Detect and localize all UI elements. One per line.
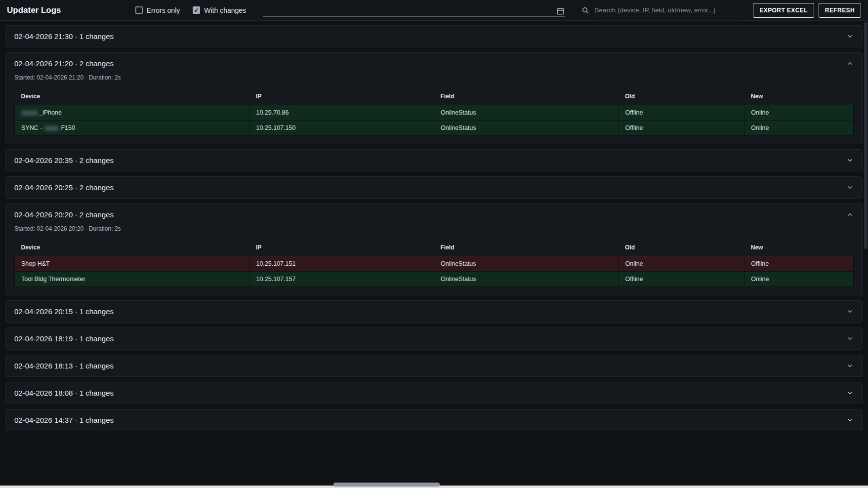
old-value-cell: Offline [619,121,744,136]
log-entry: 02-04-2026 18:19 · 1 changes [5,327,863,350]
log-entry: 02-04-2026 20:25 · 2 changes [5,176,863,199]
field-cell: OnlineStatus [434,121,619,136]
old-value-cell: Online [619,256,744,272]
with-changes-checkbox[interactable]: ✓ With changes [193,6,246,14]
log-entry: 02-04-2026 18:08 · 1 changes [5,382,863,404]
errors-only-label: Errors only [147,6,180,14]
chevron-down-icon [846,416,854,424]
chevron-down-icon [846,33,854,40]
log-entry-title: 02-04-2026 21:20 · 2 changes [14,59,114,68]
log-entry-title: 02-04-2026 20:25 · 2 changes [14,183,114,192]
log-entry-title: 02-04-2026 20:15 · 1 changes [14,307,114,316]
chevron-up-icon [846,60,854,67]
field-cell: OnlineStatus [434,105,619,121]
ip-cell: 10.25.107.151 [249,256,434,272]
old-value-cell: Offline [619,272,744,287]
column-header-new: New [744,239,854,256]
log-entry: 02-04-2026 14:37 · 1 changes [5,409,863,431]
updater-logs-page: Updater Logs Errors only ✓ With changes [0,0,868,488]
changes-table: Device IP Field Old New Shop H&T 10.25.1… [14,239,854,287]
redacted-blur [21,111,38,116]
column-header-device: Device [15,239,249,256]
chevron-down-icon [846,157,854,164]
page-title: Updater Logs [7,5,61,15]
log-entry-header[interactable]: 02-04-2026 21:30 · 1 changes [6,26,862,47]
field-cell: OnlineStatus [434,272,619,287]
checkbox-checked-icon: ✓ [193,6,200,14]
table-header-row: Device IP Field Old New [15,88,854,105]
log-entry-header[interactable]: 02-04-2026 14:37 · 1 changes [6,409,862,431]
vertical-scrollbar[interactable] [864,22,868,249]
refresh-button[interactable]: REFRESH [819,3,861,18]
chevron-down-icon [846,308,854,315]
log-entry-meta: Started: 02-04-2026 21:20 · Duration: 2s [6,74,862,87]
new-value-cell: Online [744,105,854,121]
changes-table: Device IP Field Old New _iPhone 10.25.70… [14,88,854,136]
log-entry-title: 02-04-2026 14:37 · 1 changes [14,416,114,424]
chevron-down-icon [846,362,854,369]
log-entry-header[interactable]: 02-04-2026 18:19 · 1 changes [6,328,862,349]
column-header-ip: IP [249,239,434,256]
log-entry-header[interactable]: 02-04-2026 18:13 · 1 changes [6,355,862,376]
device-cell: Tool Bldg Thermometer [15,272,249,287]
log-entry-meta: Started: 02-04-2026 20:20 · Duration: 2s [6,225,862,238]
table-row: SYNC -F150 10.25.107.150 OnlineStatus Of… [15,121,854,136]
log-entry: 02-04-2026 20:15 · 1 changes [5,300,863,323]
log-list: 02-04-2026 21:30 · 1 changes 02-04-2026 … [0,21,868,431]
chevron-down-icon [846,389,854,397]
log-entry-title: 02-04-2026 20:20 · 2 changes [14,210,114,219]
log-entry: 02-04-2026 20:35 · 2 changes [5,149,863,171]
device-cell: _iPhone [15,105,249,121]
log-entry: 02-04-2026 20:20 · 2 changes Started: 02… [5,203,863,295]
column-header-ip: IP [249,88,434,105]
chevron-down-icon [846,184,854,191]
ip-cell: 10.25.70.86 [249,105,434,121]
log-entry-title: 02-04-2026 20:35 · 2 changes [14,156,114,164]
ip-cell: 10.25.107.157 [249,272,434,287]
log-entry: 02-04-2026 21:30 · 1 changes [5,25,863,47]
column-header-new: New [744,88,854,105]
with-changes-label: With changes [204,6,246,14]
table-row: Tool Bldg Thermometer 10.25.107.157 Onli… [15,272,854,287]
log-entry-header[interactable]: 02-04-2026 20:20 · 2 changes [6,204,862,225]
log-entry-title: 02-04-2026 21:30 · 1 changes [14,32,114,41]
search-icon [581,6,589,14]
log-entry-header[interactable]: 02-04-2026 21:20 · 2 changes [6,53,862,74]
column-header-field: Field [434,88,619,105]
new-value-cell: Online [744,272,854,287]
search-input[interactable] [593,4,742,16]
column-header-old: Old [619,88,744,105]
new-value-cell: Online [744,121,854,136]
date-input[interactable] [263,8,556,15]
redacted-blur [44,126,58,131]
export-excel-button[interactable]: EXPORT EXCEL [753,3,814,18]
search-field [581,4,742,16]
device-cell: Shop H&T [15,256,249,272]
log-entry-header[interactable]: 02-04-2026 20:15 · 1 changes [6,301,862,322]
table-row: _iPhone 10.25.70.86 OnlineStatus Offline… [15,105,854,121]
new-value-cell: Offline [744,256,854,272]
checkbox-unchecked-icon [135,6,143,14]
topbar: Updater Logs Errors only ✓ With changes [0,0,868,21]
calendar-icon[interactable] [556,7,565,15]
log-entry-header[interactable]: 02-04-2026 20:25 · 2 changes [6,177,862,198]
old-value-cell: Offline [619,105,744,121]
log-entry: 02-04-2026 21:20 · 2 changes Started: 02… [5,52,863,144]
horizontal-scrollbar-thumb[interactable] [333,483,440,487]
ip-cell: 10.25.107.150 [249,121,434,136]
field-cell: OnlineStatus [434,256,619,272]
log-entry-header[interactable]: 02-04-2026 20:35 · 2 changes [6,150,862,171]
log-entry-title: 02-04-2026 18:13 · 1 changes [14,362,114,370]
table-header-row: Device IP Field Old New [15,239,854,256]
date-range-field[interactable] [263,4,565,17]
chevron-down-icon [846,335,854,342]
log-entry-title: 02-04-2026 18:08 · 1 changes [14,389,114,397]
device-cell: SYNC -F150 [15,121,249,136]
log-entry: 02-04-2026 18:13 · 1 changes [5,355,863,377]
log-entry-header[interactable]: 02-04-2026 18:08 · 1 changes [6,382,862,404]
column-header-old: Old [619,239,744,256]
column-header-field: Field [434,239,619,256]
column-header-device: Device [15,88,249,105]
errors-only-checkbox[interactable]: Errors only [135,6,180,14]
table-row: Shop H&T 10.25.107.151 OnlineStatus Onli… [15,256,854,272]
